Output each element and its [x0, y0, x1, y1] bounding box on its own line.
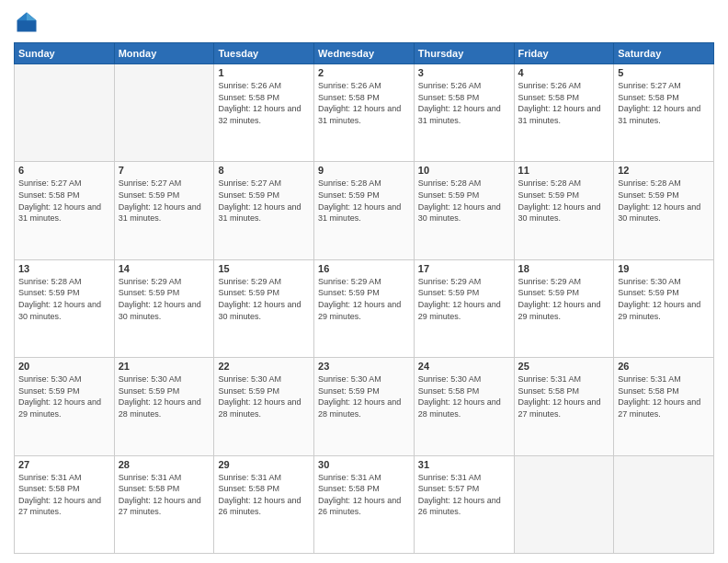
weekday-friday: Friday [514, 43, 614, 64]
day-cell: 12Sunrise: 5:28 AM Sunset: 5:59 PM Dayli… [614, 162, 714, 259]
day-info: Sunrise: 5:30 AM Sunset: 5:59 PM Dayligh… [18, 373, 110, 419]
header [14, 9, 714, 35]
day-cell: 14Sunrise: 5:29 AM Sunset: 5:59 PM Dayli… [114, 259, 214, 357]
day-number: 7 [119, 165, 210, 176]
day-cell [514, 455, 614, 553]
weekday-saturday: Saturday [614, 43, 714, 64]
day-number: 24 [418, 361, 510, 372]
day-cell: 10Sunrise: 5:28 AM Sunset: 5:59 PM Dayli… [414, 162, 514, 259]
day-info: Sunrise: 5:27 AM Sunset: 5:58 PM Dayligh… [18, 178, 110, 224]
svg-marker-2 [17, 13, 28, 21]
page: SundayMondayTuesdayWednesdayThursdayFrid… [0, 0, 728, 563]
day-number: 17 [418, 263, 510, 274]
day-cell: 8Sunrise: 5:27 AM Sunset: 5:59 PM Daylig… [214, 162, 314, 259]
day-cell: 19Sunrise: 5:30 AM Sunset: 5:59 PM Dayli… [614, 259, 714, 357]
day-number: 12 [618, 165, 710, 176]
day-cell: 16Sunrise: 5:29 AM Sunset: 5:59 PM Dayli… [314, 259, 415, 357]
day-info: Sunrise: 5:28 AM Sunset: 5:59 PM Dayligh… [18, 276, 110, 322]
day-cell [114, 64, 214, 162]
day-cell: 7Sunrise: 5:27 AM Sunset: 5:59 PM Daylig… [114, 162, 214, 259]
day-cell: 31Sunrise: 5:31 AM Sunset: 5:57 PM Dayli… [414, 455, 514, 553]
week-row-4: 27Sunrise: 5:31 AM Sunset: 5:58 PM Dayli… [15, 455, 714, 553]
weekday-tuesday: Tuesday [214, 43, 314, 64]
svg-marker-1 [27, 13, 37, 21]
calendar: SundayMondayTuesdayWednesdayThursdayFrid… [14, 42, 714, 554]
day-info: Sunrise: 5:31 AM Sunset: 5:58 PM Dayligh… [618, 373, 710, 419]
day-number: 18 [518, 263, 610, 274]
day-cell: 3Sunrise: 5:26 AM Sunset: 5:58 PM Daylig… [414, 64, 514, 162]
day-cell: 11Sunrise: 5:28 AM Sunset: 5:59 PM Dayli… [514, 162, 614, 259]
day-cell [15, 64, 115, 162]
day-info: Sunrise: 5:27 AM Sunset: 5:58 PM Dayligh… [618, 80, 710, 126]
day-number: 16 [318, 263, 410, 274]
day-number: 29 [218, 459, 310, 470]
logo [14, 9, 43, 35]
week-row-3: 20Sunrise: 5:30 AM Sunset: 5:59 PM Dayli… [15, 358, 714, 455]
day-number: 6 [18, 165, 110, 176]
day-number: 3 [418, 67, 510, 78]
logo-icon [14, 9, 40, 35]
day-cell: 17Sunrise: 5:29 AM Sunset: 5:59 PM Dayli… [414, 259, 514, 357]
day-info: Sunrise: 5:29 AM Sunset: 5:59 PM Dayligh… [518, 276, 610, 322]
day-number: 1 [218, 67, 310, 78]
weekday-monday: Monday [114, 43, 214, 64]
day-cell: 26Sunrise: 5:31 AM Sunset: 5:58 PM Dayli… [614, 358, 714, 455]
day-number: 2 [318, 67, 410, 78]
week-row-2: 13Sunrise: 5:28 AM Sunset: 5:59 PM Dayli… [15, 259, 714, 357]
day-number: 19 [618, 263, 710, 274]
day-cell: 1Sunrise: 5:26 AM Sunset: 5:58 PM Daylig… [214, 64, 314, 162]
day-info: Sunrise: 5:30 AM Sunset: 5:59 PM Dayligh… [119, 373, 210, 419]
day-info: Sunrise: 5:29 AM Sunset: 5:59 PM Dayligh… [418, 276, 510, 322]
day-info: Sunrise: 5:29 AM Sunset: 5:59 PM Dayligh… [318, 276, 410, 322]
day-info: Sunrise: 5:28 AM Sunset: 5:59 PM Dayligh… [518, 178, 610, 224]
day-number: 13 [18, 263, 110, 274]
day-number: 28 [119, 459, 210, 470]
day-info: Sunrise: 5:30 AM Sunset: 5:59 PM Dayligh… [318, 373, 410, 419]
day-number: 10 [418, 165, 510, 176]
day-info: Sunrise: 5:30 AM Sunset: 5:58 PM Dayligh… [418, 373, 510, 419]
weekday-thursday: Thursday [414, 43, 514, 64]
day-number: 26 [618, 361, 710, 372]
day-info: Sunrise: 5:26 AM Sunset: 5:58 PM Dayligh… [518, 80, 610, 126]
day-number: 5 [618, 67, 710, 78]
day-cell: 18Sunrise: 5:29 AM Sunset: 5:59 PM Dayli… [514, 259, 614, 357]
day-cell: 29Sunrise: 5:31 AM Sunset: 5:58 PM Dayli… [214, 455, 314, 553]
day-number: 21 [119, 361, 210, 372]
day-info: Sunrise: 5:28 AM Sunset: 5:59 PM Dayligh… [418, 178, 510, 224]
day-number: 4 [518, 67, 610, 78]
day-info: Sunrise: 5:31 AM Sunset: 5:58 PM Dayligh… [218, 472, 310, 518]
week-row-0: 1Sunrise: 5:26 AM Sunset: 5:58 PM Daylig… [15, 64, 714, 162]
day-info: Sunrise: 5:28 AM Sunset: 5:59 PM Dayligh… [318, 178, 410, 224]
day-cell: 30Sunrise: 5:31 AM Sunset: 5:58 PM Dayli… [314, 455, 415, 553]
day-cell: 23Sunrise: 5:30 AM Sunset: 5:59 PM Dayli… [314, 358, 415, 455]
weekday-wednesday: Wednesday [314, 43, 415, 64]
day-info: Sunrise: 5:31 AM Sunset: 5:58 PM Dayligh… [518, 373, 610, 419]
day-cell: 15Sunrise: 5:29 AM Sunset: 5:59 PM Dayli… [214, 259, 314, 357]
day-number: 22 [218, 361, 310, 372]
day-info: Sunrise: 5:28 AM Sunset: 5:59 PM Dayligh… [618, 178, 710, 224]
day-cell: 25Sunrise: 5:31 AM Sunset: 5:58 PM Dayli… [514, 358, 614, 455]
day-cell: 21Sunrise: 5:30 AM Sunset: 5:59 PM Dayli… [114, 358, 214, 455]
day-cell: 2Sunrise: 5:26 AM Sunset: 5:58 PM Daylig… [314, 64, 415, 162]
day-info: Sunrise: 5:26 AM Sunset: 5:58 PM Dayligh… [418, 80, 510, 126]
day-info: Sunrise: 5:27 AM Sunset: 5:59 PM Dayligh… [218, 178, 310, 224]
day-number: 30 [318, 459, 410, 470]
day-info: Sunrise: 5:26 AM Sunset: 5:58 PM Dayligh… [218, 80, 310, 126]
weekday-header-row: SundayMondayTuesdayWednesdayThursdayFrid… [15, 43, 714, 64]
day-cell: 28Sunrise: 5:31 AM Sunset: 5:58 PM Dayli… [114, 455, 214, 553]
day-info: Sunrise: 5:31 AM Sunset: 5:58 PM Dayligh… [119, 472, 210, 518]
day-number: 8 [218, 165, 310, 176]
day-cell: 6Sunrise: 5:27 AM Sunset: 5:58 PM Daylig… [15, 162, 115, 259]
day-info: Sunrise: 5:26 AM Sunset: 5:58 PM Dayligh… [318, 80, 410, 126]
day-number: 20 [18, 361, 110, 372]
day-number: 25 [518, 361, 610, 372]
day-number: 11 [518, 165, 610, 176]
day-info: Sunrise: 5:31 AM Sunset: 5:58 PM Dayligh… [318, 472, 410, 518]
week-row-1: 6Sunrise: 5:27 AM Sunset: 5:58 PM Daylig… [15, 162, 714, 259]
day-cell: 5Sunrise: 5:27 AM Sunset: 5:58 PM Daylig… [614, 64, 714, 162]
day-number: 9 [318, 165, 410, 176]
day-cell: 4Sunrise: 5:26 AM Sunset: 5:58 PM Daylig… [514, 64, 614, 162]
day-info: Sunrise: 5:29 AM Sunset: 5:59 PM Dayligh… [119, 276, 210, 322]
day-cell: 27Sunrise: 5:31 AM Sunset: 5:58 PM Dayli… [15, 455, 115, 553]
day-cell [614, 455, 714, 553]
